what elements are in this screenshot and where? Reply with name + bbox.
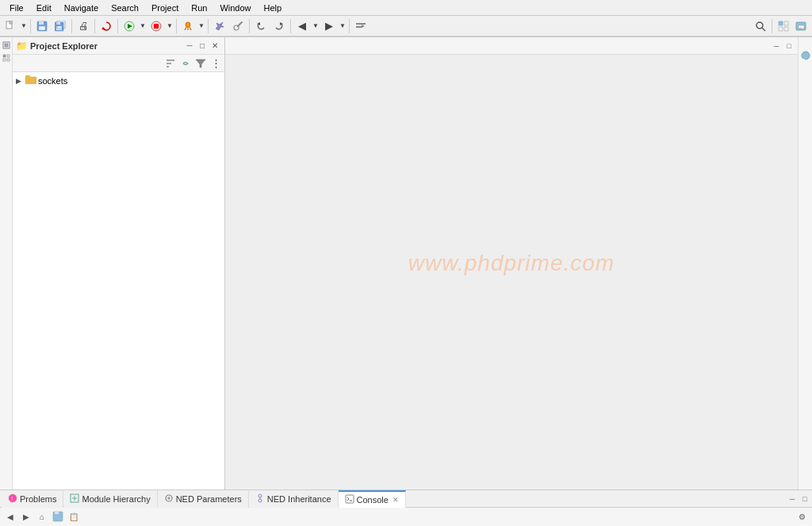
bottom-save-btn[interactable] — [51, 509, 65, 524]
perspectives-button[interactable] — [775, 17, 792, 35]
menu-navigate[interactable]: Navigate — [58, 2, 105, 14]
forward-dropdown[interactable]: ▼ — [339, 17, 347, 35]
menu-search[interactable]: Search — [105, 2, 145, 14]
forward-button[interactable]: ▶ — [320, 17, 338, 35]
svg-marker-18 — [280, 22, 283, 25]
svg-rect-19 — [356, 23, 366, 25]
view-menu-btn[interactable]: ⋮ — [209, 56, 223, 71]
run-dropdown[interactable]: ▼ — [139, 17, 147, 35]
bottom-panel-controls: ─ □ — [787, 493, 810, 505]
stop-dropdown[interactable]: ▼ — [166, 17, 174, 35]
left-sidebar — [0, 37, 13, 490]
svg-rect-26 — [779, 27, 783, 31]
save-button[interactable] — [33, 17, 51, 35]
svg-rect-50 — [55, 512, 59, 514]
svg-rect-33 — [3, 55, 6, 57]
menu-run[interactable]: Run — [185, 2, 213, 14]
bottom-settings-btn[interactable]: ⚙ — [795, 509, 809, 524]
print-button[interactable]: 🖨 — [75, 17, 92, 35]
editor-maximize-btn[interactable]: □ — [783, 40, 795, 52]
bottom-panel: ! Problems Module Hierarchy NED Paramete… — [0, 490, 812, 526]
svg-rect-27 — [784, 27, 788, 31]
new-dropdown[interactable]: ▼ — [20, 17, 28, 35]
left-icon-grid[interactable] — [1, 52, 12, 63]
back-button[interactable]: ◀ — [293, 17, 311, 35]
bottom-copy-btn[interactable]: 📋 — [67, 509, 81, 524]
debug-dropdown[interactable]: ▼ — [197, 17, 205, 35]
module-hierarchy-icon — [70, 493, 79, 505]
panel-minimize-btn[interactable]: ─ — [183, 40, 196, 52]
svg-point-15 — [186, 22, 190, 27]
bottom-tabs: ! Problems Module Hierarchy NED Paramete… — [0, 490, 812, 508]
tab-console-close[interactable]: ✕ — [393, 496, 399, 504]
tab-ned-parameters[interactable]: NED Parameters — [158, 490, 249, 508]
editor-minimize-btn[interactable]: ─ — [771, 40, 782, 52]
svg-marker-17 — [257, 22, 260, 25]
svg-line-23 — [762, 28, 765, 31]
menu-help[interactable]: Help — [258, 2, 289, 14]
tab-console-label: Console — [357, 495, 389, 505]
debug-button[interactable] — [179, 17, 197, 35]
panel-content: ▶ sockets — [13, 72, 224, 490]
svg-rect-14 — [154, 24, 159, 29]
refresh-button[interactable] — [98, 17, 115, 35]
tab-problems-label: Problems — [20, 494, 56, 504]
bottom-minimize-btn[interactable]: ─ — [787, 493, 798, 505]
tab-ned-inheritance-label: NED Inheritance — [267, 494, 331, 504]
tab-console[interactable]: Console ✕ — [339, 490, 406, 508]
project-explorer-panel: 📁 Project Explorer ─ □ ✕ ⋮ ▶ — [13, 37, 225, 490]
tab-module-hierarchy[interactable]: Module Hierarchy — [63, 490, 157, 508]
tab-problems[interactable]: ! Problems — [2, 490, 63, 508]
menu-window[interactable]: Window — [213, 2, 257, 14]
right-sidebar: ⚙ — [798, 37, 812, 490]
tree-item-sockets[interactable]: ▶ sockets — [14, 74, 223, 87]
ned-inheritance-icon — [255, 493, 265, 505]
sync-button[interactable] — [352, 17, 370, 35]
svg-rect-25 — [784, 21, 788, 25]
tree-arrow: ▶ — [16, 77, 24, 85]
bottom-maximize-btn[interactable]: □ — [799, 493, 810, 505]
link-editor-btn[interactable] — [178, 56, 193, 71]
svg-rect-34 — [7, 55, 10, 57]
collapse-all-btn[interactable] — [163, 56, 178, 71]
run-button[interactable] — [121, 17, 138, 35]
menu-file[interactable]: File — [3, 2, 30, 14]
svg-rect-35 — [3, 59, 6, 61]
svg-marker-21 — [362, 25, 365, 28]
tree-label-sockets: sockets — [38, 76, 67, 86]
console-icon — [345, 494, 354, 505]
tab-ned-inheritance[interactable]: NED Inheritance — [249, 490, 339, 508]
svg-rect-32 — [5, 44, 8, 47]
tool-btn-2[interactable] — [229, 17, 247, 35]
right-icon-tool[interactable]: ⚙ — [799, 40, 812, 71]
editor-area: ─ □ www.phdprime.com — [225, 37, 798, 490]
editor-header: ─ □ — [225, 37, 798, 55]
redo-button[interactable] — [270, 17, 288, 35]
panel-maximize-btn[interactable]: □ — [196, 40, 209, 52]
menu-project[interactable]: Project — [145, 2, 185, 14]
bottom-back-btn[interactable]: ◀ — [3, 509, 17, 524]
save-all-button[interactable] — [52, 17, 69, 35]
bottom-forward-btn[interactable]: ▶ — [19, 509, 33, 524]
stop-button[interactable] — [147, 17, 165, 35]
svg-rect-4 — [39, 21, 44, 25]
main-toolbar: ▼ 🖨 ▼ ▼ ▼ ◀ ▼ ▶ ▼ — [0, 16, 812, 36]
new-button[interactable] — [2, 17, 19, 35]
tool-btn-1[interactable] — [211, 17, 228, 35]
back-dropdown[interactable]: ▼ — [312, 17, 320, 35]
svg-rect-36 — [7, 59, 10, 61]
bottom-home-btn[interactable]: ⌂ — [35, 509, 49, 524]
left-icon-package[interactable] — [1, 40, 12, 51]
svg-point-44 — [259, 494, 262, 497]
watermark: www.phdprime.com — [408, 251, 615, 276]
tab-ned-parameters-label: NED Parameters — [176, 494, 242, 504]
new-window-button[interactable]: ✓ — [793, 17, 810, 35]
menu-edit[interactable]: Edit — [30, 2, 58, 14]
svg-marker-10 — [102, 27, 105, 29]
svg-marker-37 — [196, 60, 205, 67]
filter-btn[interactable] — [193, 56, 208, 71]
folder-icon — [25, 75, 36, 86]
search-toolbar-button[interactable] — [752, 17, 769, 35]
undo-button[interactable] — [252, 17, 270, 35]
panel-close-btn[interactable]: ✕ — [209, 40, 221, 52]
